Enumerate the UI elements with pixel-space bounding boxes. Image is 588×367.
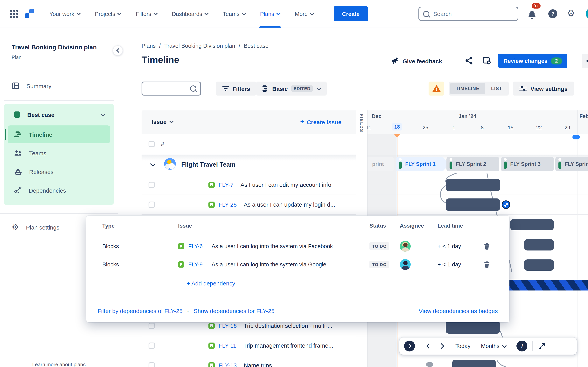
jira-logo-icon[interactable] [24,8,35,19]
share-icon[interactable] [465,56,473,65]
sprint-bar-partial[interactable]: print [367,157,394,171]
breadcrumb: Plans / Travel Booking Division plan / B… [142,43,268,49]
global-search[interactable] [418,7,519,21]
tab-timeline[interactable]: TIMELINE [450,83,485,94]
filters-button[interactable]: Filters [216,82,256,96]
row-checkbox[interactable] [148,323,155,329]
schedule-calendar-icon[interactable] [482,56,491,65]
scroll-left-button[interactable] [425,342,432,350]
issue-row-fly-13[interactable]: FLY-13 Name trips [208,362,272,367]
tab-list[interactable]: LIST [486,83,508,94]
issue-key[interactable]: FLY-13 [218,362,237,367]
info-button[interactable]: i [517,341,527,351]
plan-search-input[interactable] [146,85,187,92]
view-icon [262,85,269,92]
assignee-avatar[interactable] [400,259,411,270]
issue-row-fly-11[interactable]: FLY-11 Trip management frontend frame... [208,342,333,349]
today-button[interactable]: Today [455,343,470,349]
issue-row-fly-25[interactable]: FLY-25 As a user I can update my login d… [208,201,335,208]
sidebar-item-teams[interactable]: Teams [8,144,110,162]
sprint-bar-fly-sprint-3[interactable]: FLY Sprint 3 [501,157,554,171]
issue-key[interactable]: FLY-25 [218,201,237,208]
assignee-avatar[interactable] [400,241,411,252]
issue-col-label: Issue [152,118,167,125]
review-changes-button[interactable]: Review changes 2 [498,54,567,68]
fullscreen-expand-icon[interactable] [538,342,546,350]
select-all-checkbox[interactable] [148,141,155,147]
more-actions-button[interactable] [582,54,588,68]
sidebar-item-timeline[interactable]: Timeline [8,125,110,143]
gantt-bar-fly-25[interactable] [446,199,500,211]
search-input[interactable] [432,10,514,17]
menu-projects[interactable]: Projects [95,0,121,28]
row-checkbox[interactable] [148,201,155,208]
zoom-level-select[interactable]: Months [481,343,506,349]
create-issue-button[interactable]: + Create issue [300,118,341,126]
sidebar-collapse-button[interactable] [113,45,123,56]
add-dependency-link[interactable]: + Add dependency [187,280,235,287]
sidebar-item-releases[interactable]: Releases [8,163,110,181]
sprint-bar-fly-sprint-2[interactable]: FLY Sprint 2 [446,157,499,171]
give-feedback-button[interactable]: Give feedback [390,57,442,65]
dep-issue-key[interactable]: FLY-6 [188,243,203,249]
gantt-bar-fly-13[interactable] [452,360,496,367]
scenario-header[interactable]: Best case [14,108,110,122]
issue-key[interactable]: FLY-16 [218,322,237,329]
menu-label: Filters [136,11,151,17]
gantt-bar-hidden-2[interactable] [524,239,554,250]
sidebar-item-dependencies[interactable]: Dependencies [8,181,110,199]
gantt-bar-hidden-1[interactable] [510,219,554,230]
menu-dashboards[interactable]: Dashboards [172,0,208,28]
team-name[interactable]: Flight Travel Team [181,161,235,168]
row-checkbox[interactable] [148,362,155,367]
gantt-bar-fly-16[interactable] [446,321,500,334]
row-checkbox[interactable] [148,182,155,188]
view-settings-button[interactable]: View settings [513,82,574,96]
issue-row-fly-7[interactable]: FLY-7 As I user I can edit my account in… [208,181,331,188]
breadcrumb-scenario[interactable]: Best case [244,43,268,49]
filter-by-dependencies-link[interactable]: Filter by dependencies of FLY-25 [98,308,182,314]
sidebar-item-summary[interactable]: Summary [12,78,51,93]
gantt-bar-fly-7[interactable] [446,179,500,191]
row-checkbox[interactable] [148,342,155,349]
active-indicator [5,129,6,140]
issue-column-header[interactable]: Issue [152,118,173,125]
dep-issue-key[interactable]: FLY-9 [188,261,203,267]
release-marker-dot[interactable] [572,135,580,139]
menu-more[interactable]: More [295,0,313,28]
gantt-bar-hidden-3[interactable] [524,259,554,271]
sprint-handle-dot [450,158,452,161]
view-dependencies-as-badges-link[interactable]: View dependencies as badges [419,308,498,314]
settings-gear-icon[interactable]: ⚙ [567,8,575,19]
issue-key[interactable]: FLY-11 [218,342,236,349]
view-selector-button[interactable]: Basic EDITED [256,82,327,96]
sprint-bar-fly-sprint-1[interactable]: FLY Sprint 1 [396,157,444,171]
menu-teams[interactable]: Teams [223,0,245,28]
issue-key[interactable]: FLY-7 [218,181,233,188]
plan-search[interactable] [142,82,201,96]
jump-forward-button[interactable] [404,341,415,351]
sidebar-item-plan-settings[interactable]: ⚙ Plan settings [12,220,59,234]
sprint-handle-dot [558,158,561,161]
notifications-bell-icon[interactable] [527,10,537,19]
breadcrumb-plans[interactable]: Plans [142,43,156,49]
help-icon[interactable]: ? [548,9,557,18]
learn-more-link[interactable]: Learn more about plans [0,362,118,367]
breadcrumb-plan-name[interactable]: Travel Booking Division plan [164,43,235,49]
month-separator [577,110,578,133]
create-button[interactable]: Create [334,6,368,21]
warning-button[interactable] [429,82,444,96]
delete-dependency-trash-icon[interactable] [484,261,490,268]
app-switcher-icon[interactable] [10,10,18,18]
delete-dependency-trash-icon[interactable] [484,243,490,250]
horizontal-scrollbar-thumb[interactable] [426,362,433,367]
user-avatar[interactable]: CJ [586,8,588,19]
show-dependencies-link[interactable]: Show dependencies for FLY-25 [194,308,274,314]
menu-your-work[interactable]: Your work [49,0,80,28]
menu-filters[interactable]: Filters [136,0,157,28]
menu-plans-active[interactable]: Plans [260,0,280,28]
scroll-right-button[interactable] [438,342,445,350]
issue-row-fly-16[interactable]: FLY-16 Trip destination selection - mult… [208,322,332,329]
dependency-link-icon[interactable] [502,200,510,209]
sprint-bar-fly-sprint-4[interactable]: FLY Sprint 4 [555,157,588,171]
